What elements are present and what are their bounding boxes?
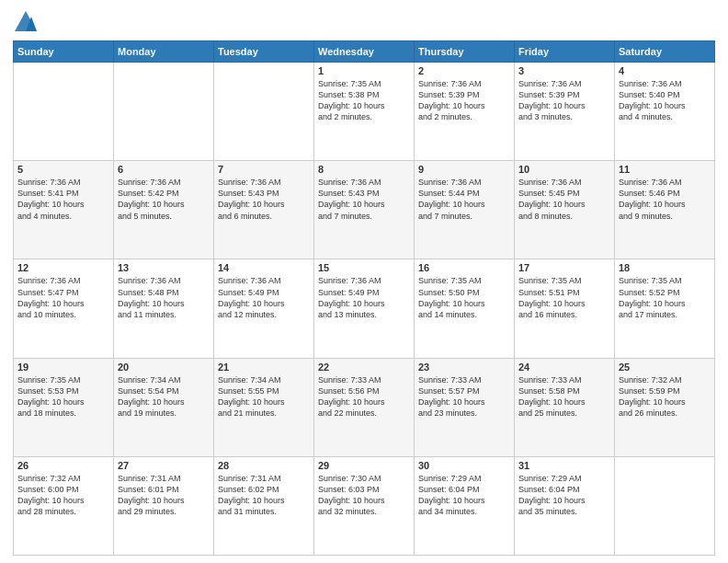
cell-info: Sunrise: 7:36 AMSunset: 5:42 PMDaylight:…: [118, 177, 210, 222]
cell-info: Sunrise: 7:36 AMSunset: 5:40 PMDaylight:…: [619, 78, 711, 123]
day-number: 22: [318, 362, 410, 373]
cell-info: Sunrise: 7:32 AMSunset: 6:00 PMDaylight:…: [17, 473, 109, 518]
cell-info: Sunrise: 7:33 AMSunset: 5:57 PMDaylight:…: [418, 374, 510, 419]
calendar-row-2: 12Sunrise: 7:36 AMSunset: 5:47 PMDayligh…: [14, 259, 715, 358]
calendar-cell: 2Sunrise: 7:36 AMSunset: 5:39 PMDaylight…: [415, 63, 515, 161]
cell-info: Sunrise: 7:36 AMSunset: 5:46 PMDaylight:…: [619, 177, 711, 222]
calendar-cell: 26Sunrise: 7:32 AMSunset: 6:00 PMDayligh…: [14, 456, 114, 555]
day-number: 14: [218, 262, 310, 273]
cell-info: Sunrise: 7:36 AMSunset: 5:49 PMDaylight:…: [318, 275, 410, 320]
cell-info: Sunrise: 7:33 AMSunset: 5:58 PMDaylight:…: [518, 374, 610, 419]
cell-info: Sunrise: 7:33 AMSunset: 5:56 PMDaylight:…: [318, 374, 410, 419]
calendar-row-4: 26Sunrise: 7:32 AMSunset: 6:00 PMDayligh…: [14, 456, 715, 555]
cell-info: Sunrise: 7:36 AMSunset: 5:48 PMDaylight:…: [118, 275, 210, 320]
calendar-table: SundayMondayTuesdayWednesdayThursdayFrid…: [13, 40, 715, 556]
calendar-cell: 16Sunrise: 7:35 AMSunset: 5:50 PMDayligh…: [415, 259, 515, 358]
day-number: 17: [518, 262, 610, 273]
calendar-cell: 29Sunrise: 7:30 AMSunset: 6:03 PMDayligh…: [314, 456, 415, 555]
calendar-cell: [214, 63, 314, 161]
calendar-cell: 1Sunrise: 7:35 AMSunset: 5:38 PMDaylight…: [314, 63, 415, 161]
day-number: 12: [17, 262, 109, 273]
calendar-cell: 17Sunrise: 7:35 AMSunset: 5:51 PMDayligh…: [515, 259, 615, 358]
cell-info: Sunrise: 7:36 AMSunset: 5:44 PMDaylight:…: [418, 177, 510, 222]
calendar-cell: 8Sunrise: 7:36 AMSunset: 5:43 PMDaylight…: [314, 161, 415, 259]
calendar-row-1: 5Sunrise: 7:36 AMSunset: 5:41 PMDaylight…: [14, 161, 715, 259]
weekday-wednesday: Wednesday: [314, 41, 415, 63]
cell-info: Sunrise: 7:31 AMSunset: 6:02 PMDaylight:…: [218, 473, 310, 518]
calendar-cell: 23Sunrise: 7:33 AMSunset: 5:57 PMDayligh…: [415, 358, 515, 456]
cell-info: Sunrise: 7:36 AMSunset: 5:41 PMDaylight:…: [17, 177, 109, 222]
calendar-cell: 24Sunrise: 7:33 AMSunset: 5:58 PMDayligh…: [515, 358, 615, 456]
cell-info: Sunrise: 7:35 AMSunset: 5:53 PMDaylight:…: [17, 374, 109, 419]
day-number: 8: [318, 164, 410, 175]
day-number: 1: [318, 65, 410, 76]
day-number: 20: [118, 362, 210, 373]
calendar-row-0: 1Sunrise: 7:35 AMSunset: 5:38 PMDaylight…: [14, 63, 715, 161]
calendar-cell: 30Sunrise: 7:29 AMSunset: 6:04 PMDayligh…: [415, 456, 515, 555]
day-number: 18: [619, 262, 711, 273]
cell-info: Sunrise: 7:32 AMSunset: 5:59 PMDaylight:…: [619, 374, 711, 419]
day-number: 7: [218, 164, 310, 175]
day-number: 25: [619, 362, 711, 373]
cell-info: Sunrise: 7:35 AMSunset: 5:50 PMDaylight:…: [418, 275, 510, 320]
day-number: 21: [218, 362, 310, 373]
day-number: 5: [17, 164, 109, 175]
calendar-cell: 15Sunrise: 7:36 AMSunset: 5:49 PMDayligh…: [314, 259, 415, 358]
header: [13, 9, 715, 35]
calendar-cell: 9Sunrise: 7:36 AMSunset: 5:44 PMDaylight…: [415, 161, 515, 259]
calendar-cell: 12Sunrise: 7:36 AMSunset: 5:47 PMDayligh…: [14, 259, 114, 358]
day-number: 3: [518, 65, 610, 76]
day-number: 13: [118, 262, 210, 273]
calendar-cell: [14, 63, 114, 161]
day-number: 9: [418, 164, 510, 175]
day-number: 23: [418, 362, 510, 373]
weekday-monday: Monday: [114, 41, 214, 63]
calendar-cell: 19Sunrise: 7:35 AMSunset: 5:53 PMDayligh…: [14, 358, 114, 456]
calendar-cell: 27Sunrise: 7:31 AMSunset: 6:01 PMDayligh…: [114, 456, 214, 555]
day-number: 26: [17, 460, 109, 471]
page: SundayMondayTuesdayWednesdayThursdayFrid…: [0, 0, 728, 563]
weekday-friday: Friday: [515, 41, 615, 63]
weekday-saturday: Saturday: [615, 41, 715, 63]
weekday-header-row: SundayMondayTuesdayWednesdayThursdayFrid…: [14, 41, 715, 63]
cell-info: Sunrise: 7:35 AMSunset: 5:38 PMDaylight:…: [318, 78, 410, 123]
calendar-row-3: 19Sunrise: 7:35 AMSunset: 5:53 PMDayligh…: [14, 358, 715, 456]
cell-info: Sunrise: 7:35 AMSunset: 5:52 PMDaylight:…: [619, 275, 711, 320]
weekday-tuesday: Tuesday: [214, 41, 314, 63]
day-number: 30: [418, 460, 510, 471]
calendar-cell: 28Sunrise: 7:31 AMSunset: 6:02 PMDayligh…: [214, 456, 314, 555]
day-number: 28: [218, 460, 310, 471]
calendar-cell: 4Sunrise: 7:36 AMSunset: 5:40 PMDaylight…: [615, 63, 715, 161]
calendar-cell: 6Sunrise: 7:36 AMSunset: 5:42 PMDaylight…: [114, 161, 214, 259]
cell-info: Sunrise: 7:31 AMSunset: 6:01 PMDaylight:…: [118, 473, 210, 518]
calendar-cell: 7Sunrise: 7:36 AMSunset: 5:43 PMDaylight…: [214, 161, 314, 259]
day-number: 10: [518, 164, 610, 175]
cell-info: Sunrise: 7:29 AMSunset: 6:04 PMDaylight:…: [518, 473, 610, 518]
calendar-cell: 14Sunrise: 7:36 AMSunset: 5:49 PMDayligh…: [214, 259, 314, 358]
calendar-cell: 21Sunrise: 7:34 AMSunset: 5:55 PMDayligh…: [214, 358, 314, 456]
day-number: 19: [17, 362, 109, 373]
cell-info: Sunrise: 7:36 AMSunset: 5:47 PMDaylight:…: [17, 275, 109, 320]
logo-icon: [13, 9, 39, 35]
calendar-cell: [114, 63, 214, 161]
day-number: 4: [619, 65, 711, 76]
calendar-cell: 22Sunrise: 7:33 AMSunset: 5:56 PMDayligh…: [314, 358, 415, 456]
day-number: 11: [619, 164, 711, 175]
day-number: 29: [318, 460, 410, 471]
cell-info: Sunrise: 7:34 AMSunset: 5:54 PMDaylight:…: [118, 374, 210, 419]
day-number: 16: [418, 262, 510, 273]
day-number: 6: [118, 164, 210, 175]
day-number: 2: [418, 65, 510, 76]
logo: [13, 9, 40, 35]
calendar-cell: 11Sunrise: 7:36 AMSunset: 5:46 PMDayligh…: [615, 161, 715, 259]
calendar-cell: 31Sunrise: 7:29 AMSunset: 6:04 PMDayligh…: [515, 456, 615, 555]
day-number: 31: [518, 460, 610, 471]
cell-info: Sunrise: 7:36 AMSunset: 5:39 PMDaylight:…: [418, 78, 510, 123]
calendar-cell: 3Sunrise: 7:36 AMSunset: 5:39 PMDaylight…: [515, 63, 615, 161]
cell-info: Sunrise: 7:36 AMSunset: 5:49 PMDaylight:…: [218, 275, 310, 320]
day-number: 15: [318, 262, 410, 273]
cell-info: Sunrise: 7:36 AMSunset: 5:39 PMDaylight:…: [518, 78, 610, 123]
cell-info: Sunrise: 7:29 AMSunset: 6:04 PMDaylight:…: [418, 473, 510, 518]
calendar-cell: 13Sunrise: 7:36 AMSunset: 5:48 PMDayligh…: [114, 259, 214, 358]
calendar-cell: 18Sunrise: 7:35 AMSunset: 5:52 PMDayligh…: [615, 259, 715, 358]
